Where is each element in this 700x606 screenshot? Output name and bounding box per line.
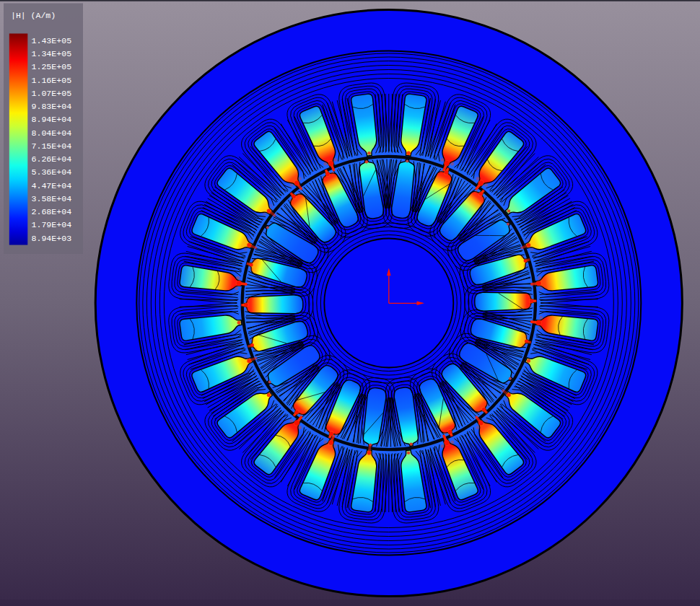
svg-text:|H| (A/m): |H| (A/m) xyxy=(11,11,56,20)
svg-text:1.16E+05: 1.16E+05 xyxy=(32,76,72,85)
svg-text:8.04E+04: 8.04E+04 xyxy=(32,128,72,138)
svg-text:2.68E+04: 2.68E+04 xyxy=(32,207,72,216)
svg-text:4.47E+04: 4.47E+04 xyxy=(32,181,72,190)
svg-text:8.94E+03: 8.94E+03 xyxy=(32,234,72,243)
svg-text:1.43E+05: 1.43E+05 xyxy=(32,36,72,45)
svg-text:9.83E+04: 9.83E+04 xyxy=(32,102,72,111)
svg-text:1.07E+05: 1.07E+05 xyxy=(32,89,72,98)
svg-text:8.94E+04: 8.94E+04 xyxy=(32,115,72,124)
svg-text:5.36E+04: 5.36E+04 xyxy=(32,167,72,177)
svg-text:7.15E+04: 7.15E+04 xyxy=(32,141,72,151)
svg-text:1.34E+05: 1.34E+05 xyxy=(32,49,72,58)
svg-text:1.25E+05: 1.25E+05 xyxy=(32,62,72,71)
svg-text:6.26E+04: 6.26E+04 xyxy=(32,154,72,164)
svg-text:1.79E+04: 1.79E+04 xyxy=(32,220,72,229)
svg-text:3.58E+04: 3.58E+04 xyxy=(32,194,72,203)
